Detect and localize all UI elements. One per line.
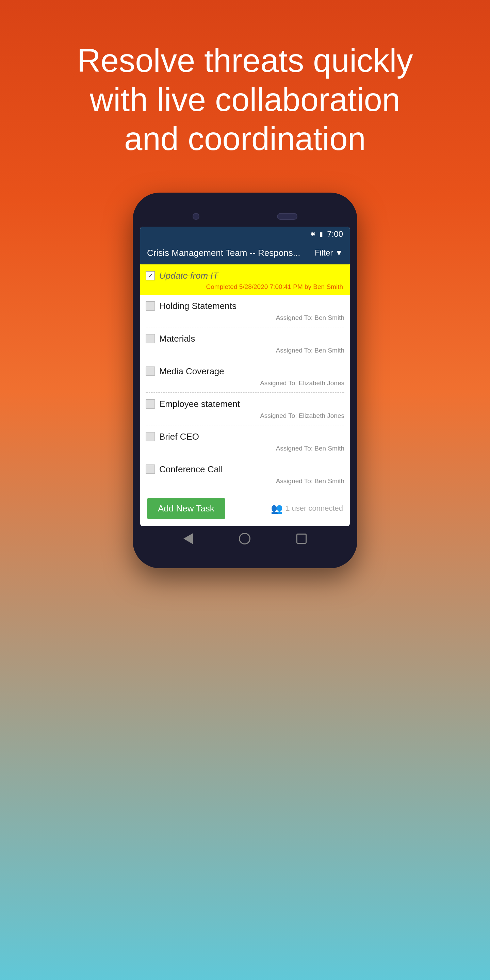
bluetooth-icon: ✱ [310,231,315,238]
app-header: Crisis Management Team -- Respons... Fil… [140,242,350,264]
task-item-5[interactable]: Brief CEO Assigned To: Ben Smith [140,425,350,458]
task-item-1[interactable]: Holding Statements Assigned To: Ben Smit… [140,295,350,327]
status-time: 7:00 [327,229,343,239]
phone-device: ✱ ▮ 7:00 Crisis Management Team -- Respo… [133,192,357,568]
checkbox-2[interactable] [146,334,155,343]
task-assigned-4: Assigned To: Elizabeth Jones [146,412,344,425]
task-assigned-5: Assigned To: Ben Smith [146,445,344,458]
checkbox-4[interactable] [146,399,155,409]
task-item-4[interactable]: Employee statement Assigned To: Elizabet… [140,393,350,425]
checkbox-checked-0[interactable]: ✓ [146,271,155,280]
users-icon: 👥 [271,503,283,514]
battery-icon: ▮ [320,231,323,238]
checkbox-3[interactable] [146,366,155,376]
filter-button[interactable]: Filter ▼ [315,248,343,258]
back-nav-button[interactable] [183,533,193,544]
checkbox-5[interactable] [146,432,155,441]
user-connected-label: 1 user connected [285,504,343,513]
task-assigned-3: Assigned To: Elizabeth Jones [146,379,344,393]
phone-nav-bar [140,526,350,548]
completed-info-0: Completed 5/28/2020 7:00:41 PM by Ben Sm… [146,283,344,291]
add-task-button[interactable]: Add New Task [147,498,225,519]
task-item-completed[interactable]: ✓ Update from IT Completed 5/28/2020 7:0… [140,264,350,295]
recents-nav-button[interactable] [296,533,307,544]
home-nav-button[interactable] [239,533,250,544]
task-name-0: Update from IT [159,270,218,281]
task-assigned-2: Assigned To: Ben Smith [146,347,344,360]
checkbox-1[interactable] [146,301,155,311]
camera [192,213,199,220]
task-name-4: Employee statement [159,399,240,409]
task-assigned-1: Assigned To: Ben Smith [146,314,344,327]
task-list: ✓ Update from IT Completed 5/28/2020 7:0… [140,264,350,526]
phone-screen: ✱ ▮ 7:00 Crisis Management Team -- Respo… [140,227,350,526]
task-name-3: Media Coverage [159,366,224,377]
status-bar: ✱ ▮ 7:00 [140,227,350,242]
task-row-0: ✓ Update from IT [146,270,344,281]
bottom-bar: Add New Task 👥 1 user connected [140,492,350,526]
task-name-5: Brief CEO [159,431,199,442]
task-item-2[interactable]: Materials Assigned To: Ben Smith [140,327,350,360]
task-name-6: Conference Call [159,464,223,475]
phone-body: ✱ ▮ 7:00 Crisis Management Team -- Respo… [133,192,357,568]
user-connected-indicator: 👥 1 user connected [271,503,343,514]
headline: Resolve threats quickly with live collab… [0,0,490,186]
background: Resolve threats quickly with live collab… [0,0,490,980]
task-name-1: Holding Statements [159,301,237,311]
app-title: Crisis Management Team -- Respons... [147,248,300,258]
checkbox-6[interactable] [146,465,155,474]
task-name-2: Materials [159,334,195,344]
chevron-down-icon: ▼ [335,248,343,258]
phone-top-accessories [140,210,350,227]
speaker [277,213,298,220]
task-item-6[interactable]: Conference Call Assigned To: Ben Smith [140,458,350,492]
task-item-3[interactable]: Media Coverage Assigned To: Elizabeth Jo… [140,360,350,393]
task-assigned-6: Assigned To: Ben Smith [146,477,344,490]
